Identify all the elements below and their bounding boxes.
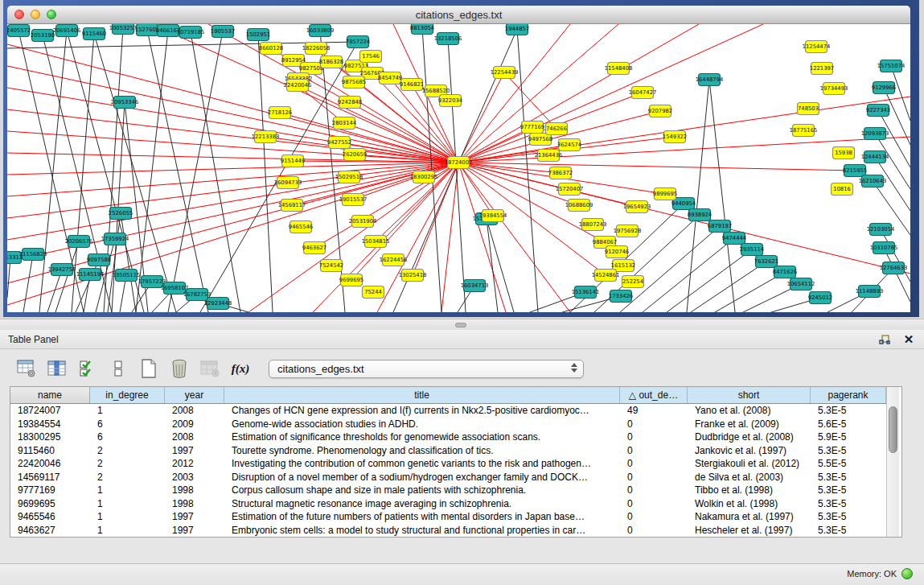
citation-edge-black[interactable] <box>709 80 735 312</box>
graph-node-18300295[interactable]: 18300295 <box>410 171 438 183</box>
cell-title[interactable]: Estimation of significance thresholds fo… <box>224 431 620 444</box>
graph-node-12444134[interactable]: 12444134 <box>861 151 889 163</box>
cell-in_degree[interactable]: 2 <box>90 444 165 458</box>
graph-node-10654112[interactable]: 10654112 <box>787 278 815 290</box>
citation-edge-black[interactable] <box>687 80 709 312</box>
graph-node-20206576[interactable]: 20206576 <box>65 236 93 248</box>
cell-pagerank[interactable]: 5.3E-5 <box>811 497 886 511</box>
table-row[interactable]: 2242004622012Investigating the contribut… <box>10 457 886 471</box>
graph-node-2803144[interactable]: 2803144 <box>332 117 356 130</box>
cell-title[interactable]: Disruption of a novel member of a sodium… <box>224 471 620 484</box>
cell-title[interactable]: Changes of HCN gene expression and I(f) … <box>224 404 620 418</box>
show-columns-icon[interactable] <box>47 358 68 379</box>
citation-edge-red[interactable] <box>7 163 458 305</box>
graph-node-9120746[interactable]: 9120746 <box>605 246 629 258</box>
delete-table-icon[interactable] <box>169 358 190 379</box>
cell-out_de[interactable]: 0 <box>620 457 688 471</box>
graph-node-2405572[interactable]: 2405572 <box>7 25 31 37</box>
cell-name[interactable]: 9465546 <box>10 510 90 524</box>
citation-edge-black[interactable] <box>620 226 720 312</box>
cell-pagerank[interactable]: 5.3E-5 <box>811 471 886 484</box>
graph-node-19654923[interactable]: 19654923 <box>623 201 651 213</box>
cell-in_degree[interactable]: 1 <box>90 484 165 497</box>
graph-node-9129966[interactable]: 9129966 <box>872 82 896 94</box>
graph-node-20691406[interactable]: 20691406 <box>53 25 81 37</box>
column-header-pagerank[interactable]: pagerank <box>811 387 886 403</box>
cell-short[interactable]: Dudbridge et al. (2008) <box>688 431 811 444</box>
graph-node-13942757[interactable]: 13942757 <box>48 264 76 276</box>
cell-short[interactable]: Tibbo et al. (1998) <box>688 484 811 497</box>
graph-node-16033809[interactable]: 16033809 <box>306 25 335 37</box>
graph-node-17359924[interactable]: 17359924 <box>101 233 129 245</box>
graph-node-7632621[interactable]: 7632621 <box>754 256 778 268</box>
cell-short[interactable]: Yano et al. (2008) <box>688 404 811 418</box>
graph-node-9242848[interactable]: 9242848 <box>338 97 362 109</box>
new-table-icon[interactable] <box>138 358 159 379</box>
float-window-icon[interactable] <box>877 332 892 347</box>
cell-title[interactable]: Tourette syndrome. Phenomenology and cla… <box>224 444 620 458</box>
cell-out_de[interactable]: 0 <box>620 497 688 511</box>
cell-pagerank[interactable]: 5.3E-5 <box>811 524 886 538</box>
cell-year[interactable]: 1997 <box>165 444 224 458</box>
graph-node-11145194[interactable]: 11145194 <box>76 269 105 281</box>
graph-node-75244[interactable]: 75244 <box>363 286 384 299</box>
citation-edge-black[interactable] <box>643 238 734 312</box>
scrollbar-thumb[interactable] <box>889 406 897 453</box>
graph-node-9322034[interactable]: 9322034 <box>438 95 462 107</box>
cell-out_de[interactable]: 0 <box>620 484 688 497</box>
cell-in_degree[interactable]: 2 <box>90 457 165 471</box>
table-selector-dropdown[interactable]: citations_edges.txt <box>269 360 584 378</box>
cell-short[interactable]: Franke et al. (2009) <box>688 418 811 431</box>
graph-node-1502951[interactable]: 1502951 <box>246 29 270 41</box>
citation-edge-red[interactable] <box>7 163 458 218</box>
network-window-titlebar[interactable]: citations_edges.txt <box>7 6 910 24</box>
graph-node-15938[interactable]: 15938 <box>833 147 855 159</box>
citation-edge-red[interactable] <box>458 24 763 163</box>
graph-node-8454749[interactable]: 8454749 <box>378 72 402 84</box>
cell-title[interactable]: Corpus callosum shape and size in male p… <box>224 484 620 497</box>
graph-node-18775165[interactable]: 18775165 <box>790 125 818 137</box>
graph-node-2526055[interactable]: 2526055 <box>109 208 133 220</box>
graph-node-12254439[interactable]: 12254439 <box>491 67 519 79</box>
graph-node-9146821[interactable]: 9146821 <box>400 79 424 91</box>
cell-out_de[interactable]: 0 <box>620 510 688 524</box>
function-builder-icon[interactable]: f(x) <box>230 358 251 379</box>
graph-node-7386372[interactable]: 7386372 <box>548 167 573 179</box>
graph-node-22420046[interactable]: 22420046 <box>284 80 312 92</box>
cell-pagerank[interactable]: 5.3E-5 <box>811 510 886 524</box>
graph-node-18226058[interactable]: 18226058 <box>302 43 331 55</box>
graph-node-1905537[interactable]: 1905537 <box>211 26 235 38</box>
citation-edge-red[interactable] <box>458 163 855 171</box>
graph-node-9245012[interactable]: 9245012 <box>808 292 832 304</box>
table-row[interactable]: 946554611997Estimation of the future num… <box>10 510 886 524</box>
citation-edge-black[interactable] <box>487 219 498 312</box>
cell-year[interactable]: 1997 <box>165 524 224 538</box>
graph-node-20953346[interactable]: 20953346 <box>111 97 139 109</box>
citation-edge-red[interactable] <box>458 163 493 216</box>
cell-year[interactable]: 2009 <box>165 418 224 431</box>
cell-in_degree[interactable]: 1 <box>90 404 165 418</box>
citation-edge-black[interactable] <box>121 213 136 312</box>
graph-node-8660128[interactable]: 8660128 <box>259 43 283 55</box>
graph-node-18724007[interactable]: 18724007 <box>445 157 473 169</box>
cell-title[interactable]: Embryonic stem cells: a model to study s… <box>224 524 620 538</box>
citation-edge-red[interactable] <box>458 24 570 163</box>
citation-edge-red[interactable] <box>7 44 458 163</box>
cell-name[interactable]: 19384554 <box>10 418 90 431</box>
memory-indicator[interactable]: Memory: OK <box>847 568 913 579</box>
graph-node-16224456[interactable]: 16224456 <box>380 254 408 266</box>
graph-node-16448794[interactable]: 16448794 <box>696 74 724 86</box>
graph-node-13505115[interactable]: 13505115 <box>113 270 141 282</box>
graph-node-19384554[interactable]: 19384554 <box>479 210 507 222</box>
cell-out_de[interactable]: 0 <box>620 524 688 538</box>
graph-node-9875685[interactable]: 9875685 <box>342 76 366 89</box>
cell-in_degree[interactable]: 1 <box>90 524 165 538</box>
graph-node-9151449[interactable]: 9151449 <box>281 155 305 167</box>
import-table-icon[interactable] <box>199 358 220 379</box>
graph-node-10719185[interactable]: 10719185 <box>177 27 205 39</box>
graph-node-10310785[interactable]: 10310785 <box>870 242 898 254</box>
graph-node-15720407[interactable]: 15720407 <box>556 183 584 196</box>
cell-short[interactable]: Wolkin et al. (1998) <box>688 497 811 511</box>
graph-node-19734493[interactable]: 19734493 <box>820 83 848 95</box>
graph-node-9227343[interactable]: 9227343 <box>866 105 890 117</box>
